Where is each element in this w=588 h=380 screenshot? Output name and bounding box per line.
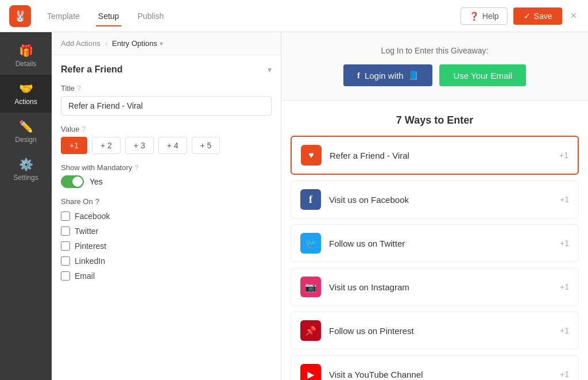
entry-item-refer[interactable]: ♥ Refer a Friend - Viral +1 <box>291 136 579 175</box>
linkedin-checkbox[interactable] <box>61 256 70 266</box>
facebook-logo-icon: 📘 <box>408 70 419 80</box>
share-on-label: Share On ? <box>61 197 272 206</box>
breadcrumb: Add Actions › Entry Options ▾ <box>52 32 281 55</box>
sidebar-label-details: Details <box>16 60 37 68</box>
title-field-group: Title ? <box>61 84 272 116</box>
facebook-checkbox[interactable] <box>61 212 70 221</box>
nav-tabs: Template Setup Publish <box>45 6 461 26</box>
main: 🎁 Details 🤝 Actions ✏️ Design ⚙️ Setting… <box>0 32 588 380</box>
breadcrumb-separator: › <box>105 39 107 48</box>
close-button[interactable]: × <box>568 7 579 24</box>
panel-content: Refer a Friend ▾ Title ? Value ? +1 + 2 <box>52 55 281 380</box>
chevron-down-icon[interactable]: ▾ <box>160 40 163 48</box>
mandatory-toggle-row: Yes <box>61 175 272 188</box>
mandatory-label: Show with Mandatory ? <box>61 163 272 172</box>
login-text: Log In to Enter this Giveaway: <box>304 46 565 55</box>
save-button[interactable]: ✓ Save <box>513 7 563 25</box>
share-options: Facebook Twitter Pinterest LinkedIn <box>61 212 272 281</box>
facebook-f-icon: f <box>357 71 360 80</box>
mandatory-help-icon[interactable]: ? <box>134 164 138 172</box>
share-option-twitter: Twitter <box>61 227 272 236</box>
sidebar-item-settings[interactable]: ⚙️ Settings <box>0 151 52 189</box>
preview-ways: 7 Ways to Enter ♥ Refer a Friend - Viral… <box>281 101 588 380</box>
share-option-pinterest: Pinterest <box>61 241 272 251</box>
breadcrumb-current: Entry Options ▾ <box>112 39 163 48</box>
share-option-email: Email <box>61 271 272 281</box>
tab-template[interactable]: Template <box>45 7 82 26</box>
facebook-entry-label: Visit us on Facebook <box>329 195 552 205</box>
share-option-linkedin: LinkedIn <box>61 256 272 266</box>
share-on-help-icon[interactable]: ? <box>95 197 99 206</box>
value-field-group: Value ? +1 + 2 + 3 + 4 + 5 <box>61 125 272 154</box>
section-title: Refer a Friend <box>61 64 123 75</box>
facebook-entry-icon: f <box>300 189 321 210</box>
sidebar-label-design: Design <box>15 136 36 144</box>
section-header: Refer a Friend ▾ <box>61 64 272 75</box>
value-option-4[interactable]: + 4 <box>158 137 187 154</box>
mandatory-toggle[interactable] <box>61 175 84 188</box>
youtube-entry-label: Visit a YouTube Channel <box>329 370 552 379</box>
sidebar-item-actions[interactable]: 🤝 Actions <box>0 75 52 113</box>
title-label: Title ? <box>61 84 272 93</box>
value-option-1[interactable]: +1 <box>61 137 87 154</box>
logo-icon: 🐰 <box>14 10 26 22</box>
section-toggle-icon[interactable]: ▾ <box>268 65 272 74</box>
actions-icon: 🤝 <box>19 82 33 95</box>
facebook-label[interactable]: Facebook <box>75 212 110 221</box>
sidebar-label-settings: Settings <box>13 174 38 182</box>
help-button[interactable]: ❓ Help <box>461 7 508 25</box>
value-option-2[interactable]: + 2 <box>92 137 121 154</box>
refer-label: Refer a Friend - Viral <box>330 151 551 160</box>
breadcrumb-add-actions[interactable]: Add Actions <box>61 39 100 48</box>
mandatory-field-group: Show with Mandatory ? Yes <box>61 163 272 188</box>
share-on-group: Share On ? Facebook Twitter Pinterest <box>61 197 272 281</box>
login-facebook-button[interactable]: f Login with 📘 <box>343 64 433 86</box>
value-label: Value ? <box>61 125 272 133</box>
value-options: +1 + 2 + 3 + 4 + 5 <box>61 137 272 154</box>
tab-publish[interactable]: Publish <box>135 7 166 26</box>
topbar-actions: ❓ Help ✓ Save × <box>461 7 579 25</box>
login-buttons: f Login with 📘 Use Your Email <box>304 64 565 86</box>
share-option-facebook: Facebook <box>61 212 272 221</box>
refer-points: +1 <box>559 151 568 160</box>
sidebar-item-design[interactable]: ✏️ Design <box>0 113 52 151</box>
entry-item-instagram[interactable]: 📷 Visit us on Instagram +1 <box>291 268 579 306</box>
sidebar-item-details[interactable]: 🎁 Details <box>0 37 52 75</box>
settings-panel: Add Actions › Entry Options ▾ Refer a Fr… <box>52 32 281 380</box>
value-option-3[interactable]: + 3 <box>125 137 154 154</box>
entry-item-pinterest[interactable]: 📌 Follow us on Pinterest +1 <box>291 312 579 350</box>
checkmark-icon: ✓ <box>524 11 531 21</box>
twitter-entry-points: +1 <box>560 239 569 248</box>
toggle-knob <box>72 176 83 187</box>
facebook-entry-points: +1 <box>560 195 569 204</box>
pinterest-entry-icon: 📌 <box>300 320 321 341</box>
instagram-entry-icon: 📷 <box>300 277 321 297</box>
value-help-icon[interactable]: ? <box>82 125 86 133</box>
ways-title: 7 Ways to Enter <box>291 114 579 126</box>
tab-setup[interactable]: Setup <box>96 7 122 26</box>
settings-icon: ⚙️ <box>19 158 33 171</box>
value-option-5[interactable]: + 5 <box>192 137 220 154</box>
pinterest-label[interactable]: Pinterest <box>75 241 106 251</box>
twitter-checkbox[interactable] <box>61 227 70 236</box>
title-input[interactable] <box>61 96 272 116</box>
entry-item-youtube[interactable]: ▶ Visit a YouTube Channel +1 <box>291 355 579 380</box>
refer-icon: ♥ <box>301 145 322 166</box>
twitter-entry-icon: 🐦 <box>300 233 321 254</box>
linkedin-label[interactable]: LinkedIn <box>75 256 105 266</box>
instagram-entry-label: Visit us on Instagram <box>329 282 552 292</box>
sidebar: 🎁 Details 🤝 Actions ✏️ Design ⚙️ Setting… <box>0 32 52 380</box>
preview-login: Log In to Enter this Giveaway: f Login w… <box>281 32 588 101</box>
title-help-icon[interactable]: ? <box>77 85 81 93</box>
preview-inner: Log In to Enter this Giveaway: f Login w… <box>281 32 588 380</box>
mandatory-value: Yes <box>90 177 103 186</box>
entry-item-facebook[interactable]: f Visit us on Facebook +1 <box>291 181 579 218</box>
design-icon: ✏️ <box>19 120 33 133</box>
twitter-label[interactable]: Twitter <box>75 227 98 236</box>
email-label[interactable]: Email <box>75 271 95 281</box>
entry-item-twitter[interactable]: 🐦 Follow us on Twitter +1 <box>291 224 579 262</box>
pinterest-checkbox[interactable] <box>61 241 70 251</box>
topbar: 🐰 Template Setup Publish ❓ Help ✓ Save × <box>0 0 588 32</box>
email-checkbox[interactable] <box>61 271 70 281</box>
login-email-button[interactable]: Use Your Email <box>439 64 526 86</box>
